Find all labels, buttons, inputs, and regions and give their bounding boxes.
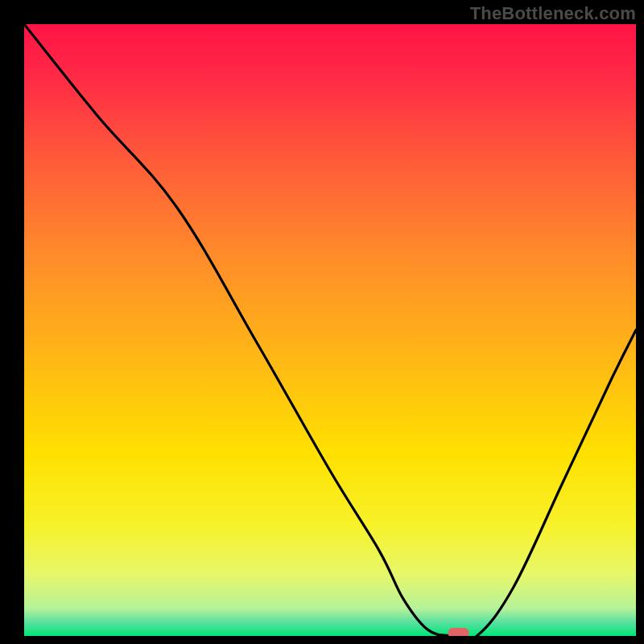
gradient-background bbox=[24, 24, 636, 636]
chart-frame: TheBottleneck.com bbox=[0, 0, 644, 644]
optimal-marker bbox=[448, 628, 469, 638]
bottleneck-chart bbox=[0, 0, 644, 644]
